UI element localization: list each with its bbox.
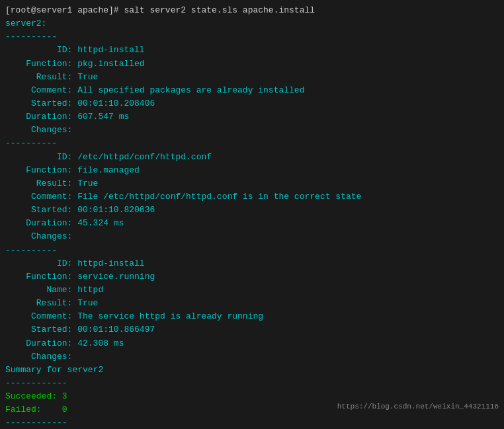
terminal-line: ---------- bbox=[5, 30, 499, 44]
terminal-line: Comment: The service httpd is already ru… bbox=[5, 310, 499, 323]
terminal-line: ---------- bbox=[5, 244, 499, 257]
terminal-line: Changes: bbox=[5, 230, 499, 243]
terminal-line: Function: service.running bbox=[5, 270, 499, 284]
terminal-line: Function: file.managed bbox=[5, 164, 499, 177]
terminal-line: ID: httpd-install bbox=[5, 257, 499, 270]
terminal-line: Started: 00:01:10.820636 bbox=[5, 204, 499, 217]
terminal-window: [root@server1 apache]# salt server2 stat… bbox=[5, 4, 499, 425]
terminal-line: ID: httpd-install bbox=[5, 44, 499, 57]
terminal-line: Started: 00:01:10.866497 bbox=[5, 323, 499, 336]
terminal-line: Result: True bbox=[5, 71, 499, 84]
terminal-line: Function: pkg.installed bbox=[5, 58, 499, 71]
terminal-line: Result: True bbox=[5, 177, 499, 190]
terminal-line: Started: 00:01:10.208406 bbox=[5, 97, 499, 110]
terminal-line: Summary for server2 bbox=[5, 364, 499, 377]
terminal-line: Duration: 42.308 ms bbox=[5, 337, 499, 350]
terminal-line: ------------ bbox=[5, 416, 499, 429]
terminal-line: server2: bbox=[5, 17, 499, 30]
terminal-line: Duration: 45.324 ms bbox=[5, 217, 499, 230]
terminal-line: ID: /etc/httpd/conf/httpd.conf bbox=[5, 151, 499, 164]
terminal-line: Duration: 607.547 ms bbox=[5, 110, 499, 124]
terminal-line: Result: True bbox=[5, 297, 499, 310]
watermark: https://blog.csdn.net/weixin_44321116 bbox=[337, 403, 499, 410]
terminal-output: [root@server1 apache]# salt server2 stat… bbox=[5, 4, 499, 429]
terminal-line: Comment: File /etc/httpd/conf/httpd.conf… bbox=[5, 190, 499, 204]
terminal-line: Name: httpd bbox=[5, 284, 499, 297]
terminal-line: ------------ bbox=[5, 377, 499, 390]
terminal-line: Succeeded: 3 bbox=[5, 390, 499, 403]
terminal-line: Changes: bbox=[5, 124, 499, 137]
terminal-line: [root@server1 apache]# salt server2 stat… bbox=[5, 4, 499, 17]
terminal-line: Comment: All specified packages are alre… bbox=[5, 84, 499, 97]
terminal-line: ---------- bbox=[5, 137, 499, 150]
terminal-line: Changes: bbox=[5, 350, 499, 364]
